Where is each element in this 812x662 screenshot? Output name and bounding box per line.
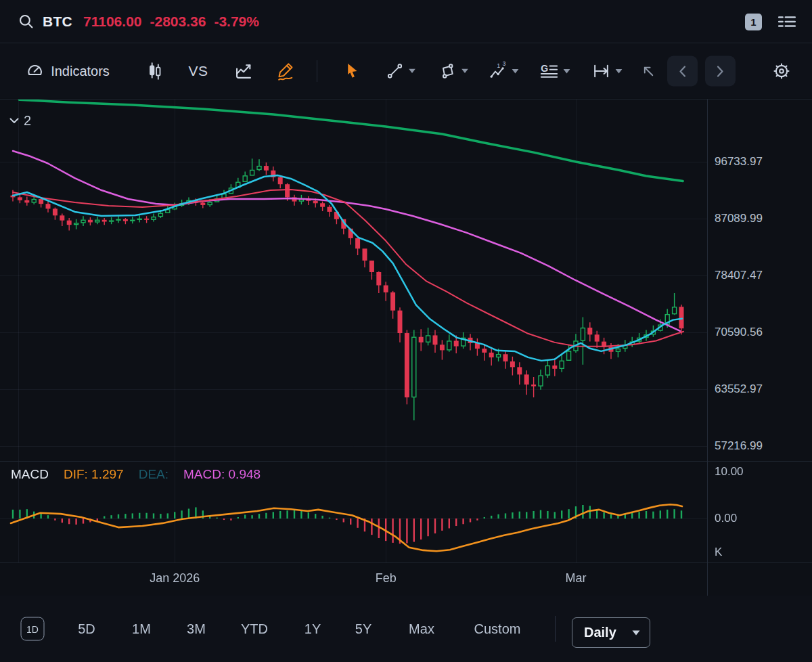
vs-label: VS	[188, 63, 208, 79]
draw-button[interactable]	[276, 61, 295, 81]
chevron-down-icon	[9, 118, 19, 124]
macd-dea-value: DEA:	[139, 467, 168, 482]
axis-divider	[707, 99, 708, 596]
pane-indicator-count: 2	[24, 113, 31, 129]
chevron-down-icon[interactable]	[461, 69, 468, 74]
svg-text:3: 3	[503, 62, 506, 67]
price-axis-label: 78407.47	[715, 269, 763, 282]
macd-axis-label: 0.00	[715, 512, 737, 525]
toolbar-divider	[317, 60, 317, 82]
range-divider	[555, 616, 556, 642]
arrow-up-left-icon	[640, 63, 657, 80]
chart-type-button[interactable]	[234, 62, 253, 81]
gauge-icon	[26, 62, 44, 81]
time-axis-label: Mar	[566, 571, 587, 586]
polygon-shape-icon	[438, 62, 457, 81]
wave-count-tool-button[interactable]: 1 3	[489, 62, 519, 81]
reset-view-button[interactable]	[640, 63, 657, 80]
top-bar: BTC 71106.00 -2803.36 -3.79% 1	[0, 0, 812, 43]
chevron-down-icon[interactable]	[512, 69, 519, 74]
macd-title: MACD	[11, 467, 49, 482]
elliott-wave-icon: 1 3	[489, 62, 508, 81]
watchlist-menu-icon[interactable]	[777, 13, 797, 30]
shape-tool-button[interactable]	[438, 62, 468, 81]
range-button-1m[interactable]: 1M	[132, 621, 151, 637]
price-change: -2803.36	[150, 14, 206, 30]
last-price: 71106.00	[83, 14, 141, 30]
chevron-down-icon	[632, 630, 640, 636]
pencil-draw-icon	[276, 61, 295, 81]
gear-icon	[772, 62, 791, 81]
macd-macd-value: MACD: 0.948	[183, 467, 261, 482]
annotation-tool-button[interactable]: G	[540, 62, 570, 81]
time-axis[interactable]: Jan 2026FebMar	[0, 562, 812, 596]
pan-right-button[interactable]	[705, 56, 736, 87]
price-axis-label: 87089.99	[715, 212, 763, 225]
chart-toolbar: Indicators VS	[0, 44, 812, 98]
range-button-custom[interactable]: Custom	[474, 621, 521, 637]
price-axis-label: 63552.97	[715, 382, 763, 396]
settings-button[interactable]	[772, 62, 791, 81]
macd-readout: MACD DIF: 1.297 DEA: MACD: 0.948	[11, 467, 261, 482]
chevron-down-icon[interactable]	[564, 69, 570, 74]
interval-value: Daily	[584, 625, 616, 640]
range-button-ytd[interactable]: YTD	[241, 621, 268, 637]
interval-select[interactable]: Daily	[572, 617, 650, 648]
candle-style-button[interactable]	[146, 61, 164, 81]
macd-axis-label: K	[715, 546, 722, 559]
trendline-tool-button[interactable]	[386, 62, 415, 81]
range-button-3m[interactable]: 3M	[187, 621, 206, 637]
price-axis-label: 70590.56	[715, 326, 763, 339]
trendline-icon	[386, 62, 404, 81]
measure-arrow-icon	[592, 62, 611, 81]
svg-text:1: 1	[497, 63, 501, 69]
range-button-1y[interactable]: 1Y	[304, 621, 321, 637]
range-bar: Daily 1D5D1M3MYTD1Y5YMaxCustom	[0, 596, 812, 662]
pane-collapse-toggle[interactable]: 2	[9, 113, 31, 129]
compare-button[interactable]: VS	[188, 63, 208, 79]
layout-tab-badge[interactable]: 1	[745, 14, 762, 30]
range-button-max[interactable]: Max	[409, 621, 434, 637]
cursor-icon	[342, 61, 361, 81]
range-button-5d[interactable]: 5D	[78, 621, 95, 637]
candlestick-icon	[146, 61, 164, 81]
symbol-label[interactable]: BTC	[43, 14, 72, 30]
chevron-down-icon[interactable]	[616, 69, 623, 74]
chevron-down-icon[interactable]	[409, 69, 415, 74]
trading-app: BTC 71106.00 -2803.36 -3.79% 1 Indicator…	[0, 0, 812, 662]
price-change-percent: -3.79%	[214, 14, 259, 30]
search-icon[interactable]	[18, 13, 35, 30]
macd-dif-value: DIF: 1.297	[64, 467, 124, 482]
svg-text:G: G	[541, 63, 548, 74]
price-chart-canvas[interactable]	[0, 100, 707, 462]
indicators-button[interactable]: Indicators	[26, 62, 110, 81]
trend-chart-icon	[234, 62, 253, 81]
price-pane: 2 96733.9787089.9978407.4770590.5663552.…	[0, 99, 812, 461]
pan-left-button[interactable]	[667, 56, 698, 87]
time-axis-label: Jan 2026	[150, 571, 200, 586]
text-note-icon: G	[540, 62, 559, 81]
price-axis-label: 96733.97	[715, 155, 763, 169]
macd-axis-label: 10.00	[715, 465, 744, 479]
time-axis-label: Feb	[376, 571, 397, 586]
range-button-1d[interactable]: 1D	[21, 617, 45, 641]
indicators-label: Indicators	[51, 64, 110, 79]
price-axis-label: 57216.99	[715, 439, 763, 453]
measure-tool-button[interactable]	[592, 62, 623, 81]
range-button-5y[interactable]: 5Y	[355, 621, 371, 637]
macd-pane: MACD DIF: 1.297 DEA: MACD: 0.948 10.000.…	[0, 461, 812, 562]
cursor-tool-button[interactable]	[342, 61, 361, 81]
